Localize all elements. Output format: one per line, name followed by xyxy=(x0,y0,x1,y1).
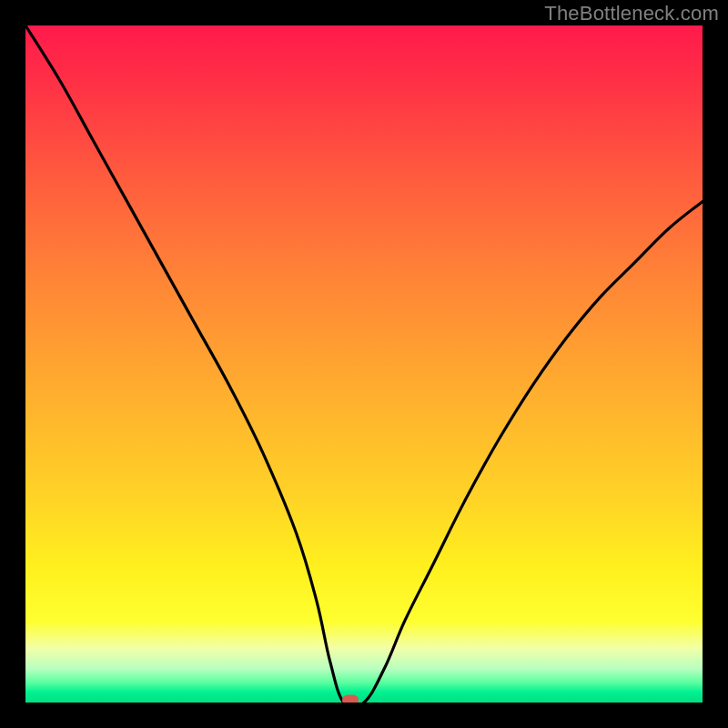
optimal-point-marker xyxy=(342,694,359,703)
curve-path xyxy=(25,25,703,703)
plot-area xyxy=(25,25,703,703)
chart-frame: TheBottleneck.com xyxy=(0,0,728,728)
watermark-text: TheBottleneck.com xyxy=(544,2,719,25)
bottleneck-curve xyxy=(25,25,703,703)
